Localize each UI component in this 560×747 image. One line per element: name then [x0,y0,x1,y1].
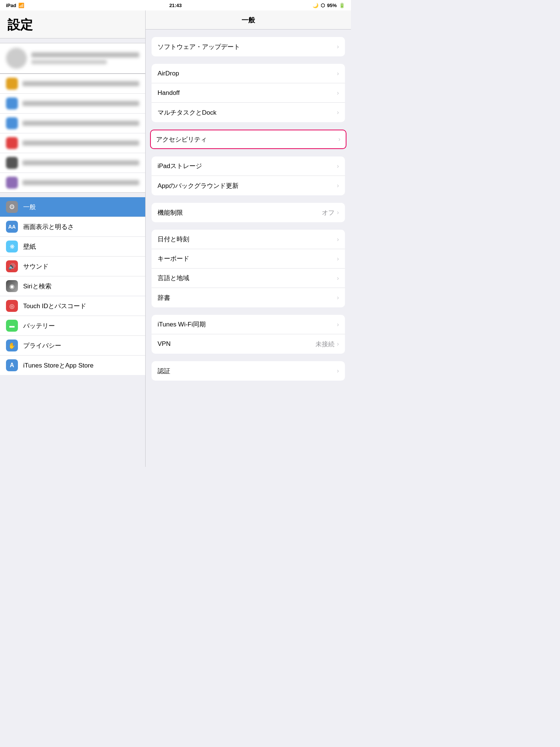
battery-level: 95% [327,3,337,8]
blurred-item-2[interactable] [0,94,145,114]
settings-group-7: 認証 › [152,361,345,381]
settings-row-itunes-wifi[interactable]: iTunes Wi-Fi同期 › [152,315,345,334]
vpn-chevron: › [337,340,339,348]
sidebar-item-sound[interactable]: 🔊 サウンド [0,257,145,276]
user-section[interactable] [0,43,145,74]
wallpaper-label: 壁紙 [23,242,36,251]
battery-label: バッテリー [23,322,55,330]
sidebar-title: 設定 [7,16,138,34]
settings-group-2: AirDrop › Handoff › マルチタスクとDock › [152,64,345,122]
language-chevron: › [337,275,339,282]
handoff-label: Handoff [158,89,337,97]
user-info [31,52,139,64]
software-update-label: ソフトウェア・アップデート [158,43,337,51]
itunes-icon: A [6,359,18,371]
sidebar-item-display[interactable]: AA 画面表示と明るさ [0,217,145,237]
settings-row-language[interactable]: 言語と地域 › [152,269,345,288]
accessibility-label: アクセシビリティ [156,135,338,144]
sidebar-item-siri[interactable]: ◉ Siriと検索 [0,276,145,296]
blurred-text-3 [22,121,139,126]
sound-label: サウンド [23,262,49,271]
restrictions-label: 機能制限 [158,208,322,217]
user-avatar [6,48,27,69]
settings-row-background-refresh[interactable]: Appのバックグラウンド更新 › [152,176,345,195]
blurred-icon-6 [6,177,18,189]
siri-label: Siriと検索 [23,282,52,291]
settings-row-handoff[interactable]: Handoff › [152,83,345,103]
sidebar-item-touchid[interactable]: ◎ Touch IDとパスコード [0,296,145,316]
general-icon: ⚙ [6,201,18,213]
blurred-item-1[interactable] [0,74,145,94]
blurred-text-5 [22,160,139,165]
settings-row-dictionary[interactable]: 辞書 › [152,288,345,307]
touchid-label: Touch IDとパスコード [23,302,86,310]
multitask-label: マルチタスクとDock [158,108,337,117]
airdrop-chevron: › [337,70,339,77]
display-icon: AA [6,221,18,233]
settings-group-5: 日付と時刻 › キーボード › 言語と地域 › 辞書 › [152,230,345,307]
battery-icon: 🔋 [339,3,345,8]
settings-group-accessibility: アクセシビリティ › [151,130,346,149]
blurred-item-5[interactable] [0,153,145,173]
status-left: iPad 📶 [6,3,24,8]
sidebar-item-battery[interactable]: ▬ バッテリー [0,316,145,336]
background-refresh-label: Appのバックグラウンド更新 [158,182,337,190]
settings-row-auth[interactable]: 認証 › [152,361,345,381]
sidebar-item-wallpaper[interactable]: ❋ 壁紙 [0,237,145,257]
settings-row-ipad-storage[interactable]: iPadストレージ › [152,156,345,176]
keyboard-label: キーボード [158,254,337,263]
blurred-text-6 [22,180,139,185]
auth-chevron: › [337,367,339,375]
vpn-label: VPN [158,340,315,348]
settings-row-accessibility[interactable]: アクセシビリティ › [150,130,346,149]
settings-row-keyboard[interactable]: キーボード › [152,249,345,269]
wifi-icon: 📶 [18,3,24,8]
blurred-item-6[interactable] [0,173,145,192]
status-right: 🌙 ⬡ 95% 🔋 [312,3,345,8]
blurred-icon-3 [6,117,18,129]
settings-row-multitask[interactable]: マルチタスクとDock › [152,103,345,122]
accessibility-chevron: › [338,136,340,143]
moon-icon: 🌙 [312,3,318,8]
sidebar-item-privacy[interactable]: ✋ プライバシー [0,336,145,356]
sidebar-item-itunes[interactable]: A iTunes StoreとApp Store [0,356,145,375]
sidebar-menu-section: ⚙ 一般 AA 画面表示と明るさ ❋ 壁紙 🔊 サウンド ◉ Siriと検索 [0,197,145,375]
ipad-storage-chevron: › [337,162,339,170]
restrictions-value: オフ [322,208,335,217]
blurred-text-4 [22,140,139,146]
language-label: 言語と地域 [158,274,337,282]
ipad-storage-label: iPadストレージ [158,162,337,170]
datetime-label: 日付と時刻 [158,235,337,244]
airdrop-label: AirDrop [158,70,337,77]
blurred-section [0,74,145,193]
settings-row-vpn[interactable]: VPN 未接続 › [152,334,345,354]
bluetooth-icon: ⬡ [321,3,325,8]
settings-group-1: ソフトウェア・アップデート › [152,37,345,56]
vpn-value: 未接続 [315,340,335,348]
user-name-blur [31,52,139,58]
settings-row-software-update[interactable]: ソフトウェア・アップデート › [152,37,345,56]
blurred-text-2 [22,101,139,106]
settings-group-3: iPadストレージ › Appのバックグラウンド更新 › [152,156,345,195]
auth-label: 認証 [158,367,337,375]
settings-row-datetime[interactable]: 日付と時刻 › [152,230,345,249]
display-label: 画面表示と明るさ [23,223,74,231]
settings-row-airdrop[interactable]: AirDrop › [152,64,345,83]
settings-group-6: iTunes Wi-Fi同期 › VPN 未接続 › [152,315,345,354]
sidebar-item-general[interactable]: ⚙ 一般 [0,197,145,217]
dictionary-label: 辞書 [158,294,337,302]
handoff-chevron: › [337,89,339,97]
settings-row-restrictions[interactable]: 機能制限 オフ › [152,203,345,222]
blurred-item-4[interactable] [0,133,145,153]
general-label: 一般 [23,203,36,211]
app-container: 設定 [0,10,351,467]
itunes-wifi-chevron: › [337,321,339,328]
blurred-item-3[interactable] [0,114,145,133]
privacy-label: プライバシー [23,341,61,350]
status-bar: iPad 📶 21:43 🌙 ⬡ 95% 🔋 [0,0,351,10]
content-title: 一般 [152,16,345,25]
restrictions-chevron: › [337,209,339,216]
content-header: 一般 [146,10,351,30]
privacy-icon: ✋ [6,340,18,351]
status-time: 21:43 [169,3,181,8]
